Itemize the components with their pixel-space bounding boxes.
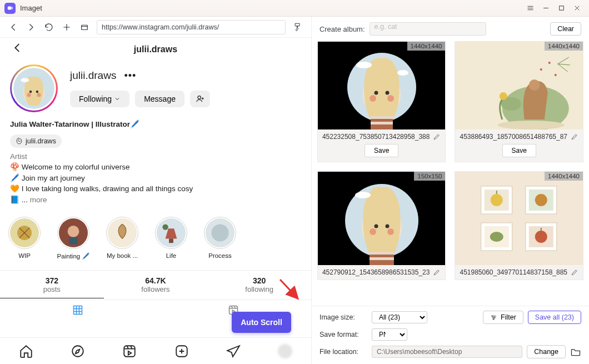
file-location-label: File location: (320, 348, 367, 356)
svg-point-68 (535, 194, 547, 206)
clear-button[interactable]: Clear (550, 22, 581, 36)
save-format-label: Save format: (320, 331, 367, 338)
home-icon[interactable] (19, 344, 33, 358)
svg-point-11 (198, 96, 201, 99)
add-icon[interactable] (61, 22, 72, 33)
svg-point-48 (555, 74, 557, 76)
rename-icon[interactable] (433, 268, 441, 276)
svg-point-33 (370, 95, 376, 102)
image-card: 150x150 452790912_1543658986531535_23 (317, 171, 446, 280)
file-location-field[interactable]: C:\Users\mobeesoft\Desktop (372, 346, 522, 358)
save-format-select[interactable]: PNG (372, 328, 407, 341)
change-location-button[interactable]: Change (527, 345, 566, 358)
svg-point-43 (529, 79, 540, 91)
svg-point-71 (490, 232, 503, 242)
message-button[interactable]: Message (135, 91, 184, 107)
ig-full-name: Julia Walter-Tatarinow | Illustrator🖊️ (10, 119, 301, 130)
svg-point-25 (72, 346, 83, 357)
dimension-badge: 1440x1440 (545, 42, 583, 51)
rename-icon[interactable] (571, 268, 578, 276)
svg-point-9 (37, 93, 41, 97)
story-label: My book ... (107, 252, 138, 259)
url-input[interactable]: https://www.instagram.com/julii.draws/ (97, 20, 286, 34)
image-filename: 452790912_1543658986531535_23 (322, 268, 430, 276)
save-image-button[interactable]: Save (365, 144, 398, 157)
dimension-badge: 1440x1440 (407, 42, 446, 51)
story-highlight[interactable]: Process (202, 217, 238, 260)
profile-nav-avatar[interactable] (278, 344, 292, 358)
ig-bio: Julia Walter-Tatarinow | Illustrator🖊️ j… (0, 114, 311, 208)
save-image-button[interactable]: Save (502, 144, 536, 157)
close-button[interactable] (569, 1, 585, 16)
create-album-input[interactable]: e.g. cat (370, 22, 486, 36)
bio-line: 🖊️ Join my art journey (10, 173, 301, 184)
create-icon[interactable] (174, 344, 189, 358)
svg-rect-16 (69, 237, 78, 244)
messages-icon[interactable] (226, 344, 241, 358)
svg-point-57 (387, 228, 394, 235)
svg-point-6 (29, 91, 32, 93)
create-album-label: Create album: (320, 25, 365, 33)
svg-point-15 (68, 226, 79, 237)
ig-back-icon[interactable] (11, 42, 23, 57)
svg-rect-26 (124, 346, 136, 357)
explore-icon[interactable] (71, 344, 85, 358)
svg-point-20 (162, 224, 168, 230)
rename-icon[interactable] (571, 133, 578, 141)
svg-point-44 (498, 121, 565, 129)
svg-point-34 (387, 95, 394, 102)
image-thumbnail[interactable]: 1440x1440 (455, 172, 583, 265)
image-size-select[interactable]: All (23) (372, 311, 427, 323)
reels-icon[interactable] (122, 344, 137, 358)
image-thumbnail[interactable]: 1440x1440 (455, 42, 583, 129)
threads-chip[interactable]: julii.draws (10, 134, 62, 148)
open-folder-icon[interactable] (570, 346, 581, 357)
story-label: WIP (18, 252, 31, 259)
grid-tab-icon[interactable] (72, 305, 83, 317)
svg-point-47 (548, 62, 551, 64)
svg-point-22 (211, 224, 228, 241)
svg-point-39 (397, 70, 408, 76)
filter-button[interactable]: Filter (483, 311, 523, 324)
paint-icon[interactable] (292, 22, 303, 33)
story-highlight[interactable]: My book ... (104, 217, 140, 260)
forward-icon[interactable] (26, 22, 37, 33)
save-all-button[interactable]: Save all (23) (528, 311, 581, 324)
svg-point-7 (36, 91, 38, 93)
auto-scroll-button[interactable]: Auto Scroll (232, 312, 291, 333)
tab-icon[interactable] (79, 22, 90, 33)
stat-posts[interactable]: 372 posts (0, 271, 104, 298)
stat-following[interactable]: 320 following (207, 271, 311, 298)
story-highlights: WIP Painting 🖊️ My book ... Life Process (0, 208, 311, 262)
story-highlight[interactable]: WIP (7, 217, 42, 260)
stat-followers[interactable]: 64.7K followers (104, 271, 208, 298)
add-user-button[interactable] (190, 91, 210, 107)
svg-point-10 (21, 78, 29, 82)
story-highlight[interactable]: Life (153, 217, 189, 260)
reload-icon[interactable] (43, 22, 54, 33)
ig-more-icon[interactable]: ••• (124, 70, 136, 82)
image-filename: 452232508_753850713428958_388 (322, 133, 430, 141)
image-thumbnail[interactable]: 1440x1440 (318, 42, 446, 129)
rename-icon[interactable] (433, 133, 441, 141)
maximize-button[interactable] (553, 1, 569, 16)
following-button[interactable]: Following (70, 91, 129, 107)
hamburger-menu-icon[interactable] (522, 1, 538, 16)
bio-more[interactable]: more (30, 196, 47, 204)
back-icon[interactable] (8, 22, 19, 33)
svg-point-38 (356, 62, 372, 68)
svg-point-61 (355, 192, 371, 198)
svg-point-8 (27, 93, 31, 97)
bio-line: 🧡 I love taking long walks, drawing and … (10, 183, 301, 195)
svg-rect-36 (371, 116, 393, 119)
image-thumbnail[interactable]: 150x150 (318, 172, 446, 265)
svg-point-54 (374, 225, 378, 228)
image-filename: 451985060_349770114837158_885 (460, 268, 567, 276)
image-size-label: Image size: (320, 313, 367, 321)
browser-toolbar: https://www.instagram.com/julii.draws/ (0, 17, 311, 38)
svg-point-55 (385, 225, 389, 228)
story-highlight[interactable]: Painting 🖊️ (56, 217, 91, 260)
avatar[interactable] (10, 64, 58, 112)
minimize-button[interactable] (538, 1, 553, 16)
svg-rect-59 (370, 252, 394, 255)
